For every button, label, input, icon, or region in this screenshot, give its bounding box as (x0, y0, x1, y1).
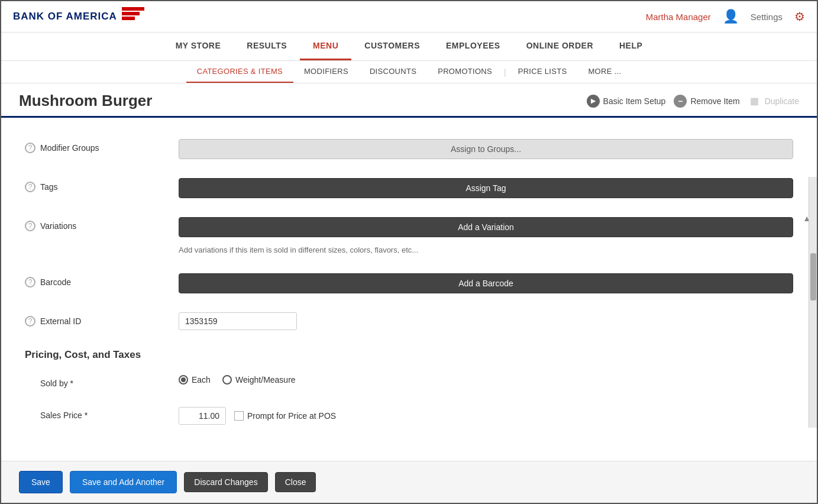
subnav-price-lists[interactable]: PRICE LISTS (507, 61, 578, 83)
sales-price-label: Sales Price * (25, 411, 88, 420)
nav-menu[interactable]: MENU (300, 33, 351, 60)
variations-help-icon[interactable]: ? (25, 221, 35, 231)
add-variation-button[interactable]: Add a Variation (179, 217, 793, 237)
nav-help[interactable]: HELP (606, 33, 655, 60)
variations-content: Add a Variation Add variations if this i… (179, 217, 793, 254)
barcode-row: ? Barcode Add a Barcode (25, 264, 793, 303)
assign-tag-button[interactable]: Assign Tag (179, 178, 793, 198)
assign-to-groups-button[interactable]: Assign to Groups... (179, 139, 793, 159)
modifier-groups-label: Modifier Groups (40, 143, 99, 153)
sold-by-weight-label[interactable]: Weight/Measure (222, 375, 296, 385)
external-id-label: External ID (40, 316, 81, 326)
modifier-groups-content: Assign to Groups... (179, 139, 793, 159)
external-id-content (179, 312, 793, 330)
page-title: Mushroom Burger (19, 92, 152, 110)
sold-by-weight-radio[interactable] (222, 375, 232, 385)
save-button[interactable]: Save (19, 471, 63, 493)
scrollbar-thumb[interactable] (810, 253, 816, 301)
sales-price-row: Sales Price * Prompt for Price at POS (25, 398, 793, 434)
sold-by-weight-text: Weight/Measure (235, 375, 296, 385)
header: BANK OF AMERICA Martha Manager 👤 Setting… (1, 1, 817, 33)
prompt-price-label[interactable]: Prompt for Price at POS (234, 411, 336, 421)
basic-item-setup-button[interactable]: ▶ Basic Item Setup (587, 95, 666, 108)
subnav-more[interactable]: MORE ... (577, 61, 632, 83)
external-id-row: ? External ID (25, 303, 793, 340)
tags-help-icon[interactable]: ? (25, 182, 35, 192)
sales-price-content: Prompt for Price at POS (179, 407, 793, 425)
nav-my-store[interactable]: MY STORE (163, 33, 234, 60)
logo-flag-icon (122, 6, 147, 27)
sold-by-each-text: Each (192, 375, 211, 385)
nav-customers[interactable]: CUSTOMERS (351, 33, 433, 60)
sold-by-row: Sold by * Each Weight/Measure (25, 366, 793, 398)
sold-by-label: Sold by * (25, 379, 73, 388)
discard-changes-button[interactable]: Discard Changes (184, 472, 267, 492)
nav-online-order[interactable]: ONLINE ORDER (513, 33, 606, 60)
external-id-input[interactable] (179, 312, 297, 330)
bottom-bar: Save Save and Add Another Discard Change… (1, 461, 817, 503)
external-id-help-icon[interactable]: ? (25, 316, 35, 327)
basic-item-setup-icon: ▶ (587, 95, 600, 108)
page-title-bar: Mushroom Burger ▶ Basic Item Setup − Rem… (1, 83, 817, 118)
logo-text: BANK OF AMERICA (13, 6, 147, 27)
tags-label: Tags (40, 182, 58, 192)
tags-content: Assign Tag (179, 178, 793, 198)
sold-by-each-label[interactable]: Each (179, 375, 211, 385)
modifier-groups-row: ? Modifier Groups Assign to Groups... (25, 130, 793, 169)
remove-item-label: Remove Item (690, 96, 739, 106)
tags-label-area: ? Tags (25, 178, 179, 192)
pricing-section-heading: Pricing, Cost, and Taxes (25, 340, 793, 366)
logo: BANK OF AMERICA (13, 6, 147, 27)
barcode-content: Add a Barcode (179, 273, 793, 293)
scrollbar-track[interactable] (809, 177, 817, 428)
close-button[interactable]: Close (275, 472, 316, 492)
content: Mushroom Burger ▶ Basic Item Setup − Rem… (1, 83, 817, 461)
main-nav: MY STORE RESULTS MENU CUSTOMERS EMPLOYEE… (1, 33, 817, 61)
sold-by-content: Each Weight/Measure (179, 375, 793, 385)
barcode-label-area: ? Barcode (25, 273, 179, 287)
variations-hint: Add variations if this item is sold in d… (179, 245, 793, 254)
settings-icon[interactable]: ⚙ (794, 9, 805, 24)
remove-item-icon: − (674, 95, 687, 108)
variations-row: ? Variations Add a Variation Add variati… (25, 208, 793, 264)
sold-by-label-area: Sold by * (25, 375, 179, 388)
duplicate-button[interactable]: ▦ Duplicate (748, 95, 799, 108)
subnav-promotions[interactable]: PROMOTIONS (427, 61, 503, 83)
add-barcode-button[interactable]: Add a Barcode (179, 273, 793, 293)
duplicate-label: Duplicate (765, 96, 799, 106)
remove-item-button[interactable]: − Remove Item (674, 95, 739, 108)
variations-label-area: ? Variations (25, 217, 179, 231)
nav-employees[interactable]: EMPLOYEES (433, 33, 513, 60)
sales-price-input[interactable] (179, 407, 226, 425)
svg-rect-1 (122, 12, 140, 15)
external-id-label-area: ? External ID (25, 312, 179, 327)
save-and-add-button[interactable]: Save and Add Another (70, 471, 177, 493)
subnav-discounts[interactable]: DISCOUNTS (359, 61, 427, 83)
tags-row: ? Tags Assign Tag (25, 169, 793, 208)
user-area: Martha Manager 👤 Settings ⚙ (646, 9, 805, 24)
sales-price-label-area: Sales Price * (25, 407, 179, 420)
modifier-groups-help-icon[interactable]: ? (25, 143, 35, 153)
svg-rect-0 (122, 7, 144, 11)
duplicate-icon: ▦ (748, 95, 761, 108)
subnav-modifiers[interactable]: MODIFIERS (293, 61, 359, 83)
prompt-price-checkbox[interactable] (234, 411, 244, 421)
sold-by-each-radio[interactable] (179, 375, 188, 385)
sales-price-row-inner: Prompt for Price at POS (179, 407, 793, 425)
title-actions: ▶ Basic Item Setup − Remove Item ▦ Dupli… (587, 95, 799, 108)
modifier-groups-label-area: ? Modifier Groups (25, 139, 179, 153)
user-icon[interactable]: 👤 (723, 9, 739, 24)
settings-label[interactable]: Settings (751, 12, 783, 22)
svg-rect-2 (122, 17, 135, 20)
form-area: ? Modifier Groups Assign to Groups... ? … (1, 118, 817, 446)
nav-results[interactable]: RESULTS (234, 33, 300, 60)
sold-by-radio-group: Each Weight/Measure (179, 375, 793, 385)
barcode-label: Barcode (40, 277, 71, 287)
basic-item-setup-label: Basic Item Setup (603, 96, 666, 106)
variations-label: Variations (40, 221, 76, 231)
subnav-categories-items[interactable]: CATEGORIES & ITEMS (186, 61, 293, 83)
sub-nav: CATEGORIES & ITEMS MODIFIERS DISCOUNTS P… (1, 61, 817, 83)
user-name: Martha Manager (646, 12, 711, 22)
prompt-price-text: Prompt for Price at POS (247, 411, 336, 421)
barcode-help-icon[interactable]: ? (25, 277, 35, 287)
